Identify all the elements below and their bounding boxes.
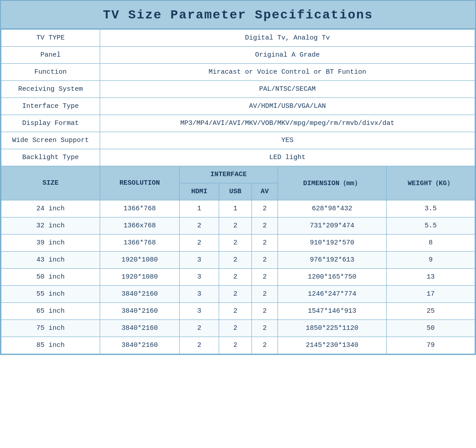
cell-usb: 2 bbox=[219, 286, 252, 303]
cell-hdmi: 3 bbox=[180, 303, 219, 320]
cell-usb: 2 bbox=[219, 252, 252, 269]
spec-row-6: Wide Screen Support YES bbox=[1, 132, 475, 149]
col-interface-header: INTERFACE bbox=[180, 166, 278, 183]
table-row: 39 inch 1366*768 2 2 2 910*192*570 8 bbox=[1, 235, 475, 252]
cell-av: 2 bbox=[251, 217, 278, 235]
spec-label: Backlight Type bbox=[1, 149, 100, 166]
cell-resolution: 1366*768 bbox=[100, 200, 180, 217]
cell-dimension: 2145*230*1340 bbox=[278, 337, 386, 354]
page-title: TV Size Parameter Specifications bbox=[1, 1, 475, 29]
cell-usb: 1 bbox=[219, 200, 252, 217]
spec-label: Panel bbox=[1, 47, 100, 64]
cell-av: 2 bbox=[251, 269, 278, 286]
table-row: 24 inch 1366*768 1 1 2 628*98*432 3.5 bbox=[1, 200, 475, 217]
cell-hdmi: 1 bbox=[180, 200, 219, 217]
page-container: TV Size Parameter Specifications TV TYPE… bbox=[0, 0, 476, 355]
table-row: 55 inch 3840*2160 3 2 2 1246*247*774 17 bbox=[1, 286, 475, 303]
spec-value: LED light bbox=[100, 149, 475, 166]
spec-value: MP3/MP4/AVI/AVI/MKV/VOB/MKV/mpg/mpeg/rm/… bbox=[100, 115, 475, 132]
cell-av: 2 bbox=[251, 303, 278, 320]
specs-table: TV TYPE Digital Tv, Analog Tv Panel Orig… bbox=[1, 29, 475, 354]
cell-av: 2 bbox=[251, 286, 278, 303]
cell-size: 75 inch bbox=[1, 320, 100, 337]
cell-dimension: 731*209*474 bbox=[278, 217, 386, 235]
cell-size: 43 inch bbox=[1, 252, 100, 269]
cell-resolution: 3840*2160 bbox=[100, 337, 180, 354]
cell-usb: 2 bbox=[219, 269, 252, 286]
cell-dimension: 1850*225*1120 bbox=[278, 320, 386, 337]
cell-size: 39 inch bbox=[1, 235, 100, 252]
cell-resolution: 1920*1080 bbox=[100, 252, 180, 269]
cell-hdmi: 2 bbox=[180, 337, 219, 354]
spec-row-5: Display Format MP3/MP4/AVI/AVI/MKV/VOB/M… bbox=[1, 115, 475, 132]
col-av-header: AV bbox=[251, 183, 278, 200]
cell-resolution: 3840*2160 bbox=[100, 286, 180, 303]
cell-dimension: 1246*247*774 bbox=[278, 286, 386, 303]
cell-resolution: 1920*1080 bbox=[100, 269, 180, 286]
spec-value: AV/HDMI/USB/VGA/LAN bbox=[100, 98, 475, 115]
cell-size: 24 inch bbox=[1, 200, 100, 217]
spec-label: Wide Screen Support bbox=[1, 132, 100, 149]
cell-dimension: 1547*146*913 bbox=[278, 303, 386, 320]
cell-usb: 2 bbox=[219, 235, 252, 252]
cell-size: 85 inch bbox=[1, 337, 100, 354]
spec-row-7: Backlight Type LED light bbox=[1, 149, 475, 166]
cell-resolution: 3840*2160 bbox=[100, 303, 180, 320]
table-row: 65 inch 3840*2160 3 2 2 1547*146*913 25 bbox=[1, 303, 475, 320]
cell-dimension: 1200*165*750 bbox=[278, 269, 386, 286]
cell-dimension: 910*192*570 bbox=[278, 235, 386, 252]
table-row: 85 inch 3840*2160 2 2 2 2145*230*1340 79 bbox=[1, 337, 475, 354]
spec-value: Original A Grade bbox=[100, 47, 475, 64]
col-usb-header: USB bbox=[219, 183, 252, 200]
col-weight-header: WEIGHT（KG） bbox=[386, 166, 475, 200]
col-size-header: SIZE bbox=[1, 166, 100, 200]
spec-label: Display Format bbox=[1, 115, 100, 132]
cell-hdmi: 3 bbox=[180, 269, 219, 286]
spec-row-4: Interface Type AV/HDMI/USB/VGA/LAN bbox=[1, 98, 475, 115]
cell-usb: 2 bbox=[219, 217, 252, 235]
cell-weight: 9 bbox=[386, 252, 475, 269]
cell-resolution: 1366*768 bbox=[100, 235, 180, 252]
spec-row-2: Function Miracast or Voice Control or BT… bbox=[1, 64, 475, 81]
spec-value: Digital Tv, Analog Tv bbox=[100, 30, 475, 47]
cell-usb: 2 bbox=[219, 320, 252, 337]
cell-resolution: 1366x768 bbox=[100, 217, 180, 235]
cell-weight: 50 bbox=[386, 320, 475, 337]
spec-label: Interface Type bbox=[1, 98, 100, 115]
spec-label: Receiving System bbox=[1, 81, 100, 98]
cell-av: 2 bbox=[251, 337, 278, 354]
spec-label: TV TYPE bbox=[1, 30, 100, 47]
cell-hdmi: 3 bbox=[180, 286, 219, 303]
cell-dimension: 628*98*432 bbox=[278, 200, 386, 217]
cell-weight: 8 bbox=[386, 235, 475, 252]
col-resolution-header: RESOLUTION bbox=[100, 166, 180, 200]
table-row: 32 inch 1366x768 2 2 2 731*209*474 5.5 bbox=[1, 217, 475, 235]
cell-size: 65 inch bbox=[1, 303, 100, 320]
cell-resolution: 3840*2160 bbox=[100, 320, 180, 337]
cell-av: 2 bbox=[251, 252, 278, 269]
size-table-header-row1: SIZE RESOLUTION INTERFACE DIMENSION（mm） … bbox=[1, 166, 475, 183]
cell-size: 55 inch bbox=[1, 286, 100, 303]
col-dimension-header: DIMENSION（mm） bbox=[278, 166, 386, 200]
spec-row-3: Receiving System PAL/NTSC/SECAM bbox=[1, 81, 475, 98]
cell-hdmi: 3 bbox=[180, 252, 219, 269]
cell-size: 32 inch bbox=[1, 217, 100, 235]
cell-hdmi: 2 bbox=[180, 217, 219, 235]
table-row: 75 inch 3840*2160 2 2 2 1850*225*1120 50 bbox=[1, 320, 475, 337]
spec-label: Function bbox=[1, 64, 100, 81]
cell-av: 2 bbox=[251, 200, 278, 217]
cell-weight: 17 bbox=[386, 286, 475, 303]
cell-dimension: 976*192*613 bbox=[278, 252, 386, 269]
table-row: 50 inch 1920*1080 3 2 2 1200*165*750 13 bbox=[1, 269, 475, 286]
cell-av: 2 bbox=[251, 320, 278, 337]
cell-hdmi: 2 bbox=[180, 235, 219, 252]
cell-weight: 79 bbox=[386, 337, 475, 354]
cell-hdmi: 2 bbox=[180, 320, 219, 337]
cell-weight: 25 bbox=[386, 303, 475, 320]
cell-weight: 5.5 bbox=[386, 217, 475, 235]
col-hdmi-header: HDMI bbox=[180, 183, 219, 200]
cell-usb: 2 bbox=[219, 337, 252, 354]
spec-value: Miracast or Voice Control or BT Funtion bbox=[100, 64, 475, 81]
table-row: 43 inch 1920*1080 3 2 2 976*192*613 9 bbox=[1, 252, 475, 269]
cell-usb: 2 bbox=[219, 303, 252, 320]
